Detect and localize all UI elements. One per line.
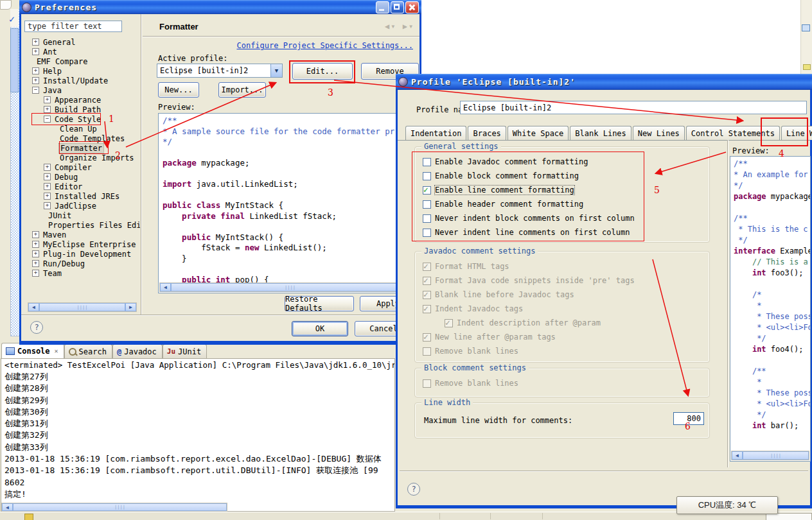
scroll-left-icon[interactable]: ◀ <box>28 303 39 311</box>
restore-defaults-button[interactable]: Restore Defaults <box>285 296 354 311</box>
checkbox-row-format-java-code-snippets-inside-pre-tags[interactable]: Format Java code snippets inside 'pre' t… <box>423 273 704 288</box>
tab-white-space[interactable]: White Space <box>508 126 569 140</box>
expand-icon[interactable]: + <box>32 48 39 55</box>
tree-item-general[interactable]: +General <box>22 37 140 47</box>
expand-icon[interactable]: + <box>44 193 51 200</box>
tree-item-clean-up[interactable]: Clean Up <box>22 124 140 134</box>
checkbox-row-indent-description-after-param[interactable]: Indent description after @param <box>423 316 704 330</box>
help-button[interactable]: ? <box>407 483 420 496</box>
preview-horizontal-scrollbar[interactable]: ◀ <box>159 282 410 292</box>
tree-item-code-style[interactable]: −Code Style <box>22 114 140 124</box>
expand-icon[interactable]: + <box>32 260 39 267</box>
scrollbar-thumb[interactable] <box>10 28 19 92</box>
tree-item-java[interactable]: −Java <box>22 85 140 95</box>
checkbox[interactable] <box>423 214 431 223</box>
checkbox-row-enable-block-comment-formatting[interactable]: Enable block comment formatting <box>423 169 704 183</box>
tree-item-junit[interactable]: JUnit <box>22 211 140 220</box>
checkbox-row-remove-blank-lines[interactable]: Remove blank lines <box>423 376 704 390</box>
tree-item-maven[interactable]: +Maven <box>22 230 140 239</box>
minimize-button[interactable] <box>376 1 389 13</box>
tree-item-emf-compare[interactable]: EMF Compare <box>22 56 140 66</box>
expand-icon[interactable]: + <box>44 173 51 180</box>
expand-icon[interactable]: + <box>44 164 51 171</box>
expand-icon[interactable]: + <box>32 67 39 74</box>
scroll-left-icon[interactable]: ◀ <box>732 451 743 460</box>
tree-item-organize-imports[interactable]: Organize Imports <box>22 153 140 162</box>
checkbox-row-indent-javadoc-tags[interactable]: Indent Javadoc tags <box>423 302 704 316</box>
filter-input[interactable] <box>24 21 122 32</box>
tree-item-help[interactable]: +Help <box>22 66 140 76</box>
tab-indentation[interactable]: Indentation <box>405 126 466 140</box>
console-horizontal-scrollbar[interactable]: ◀ <box>1 503 227 512</box>
expand-icon[interactable]: + <box>44 96 51 103</box>
import-button[interactable]: Import... <box>218 82 266 98</box>
tree-item-install-update[interactable]: +Install/Update <box>22 76 140 85</box>
configure-project-settings-link[interactable]: Configure Project Specific Settings... <box>236 41 413 50</box>
tree-horizontal-scrollbar[interactable]: ◀ ▶ <box>28 302 137 312</box>
console-tab-javadoc[interactable]: @Javadoc <box>112 344 163 358</box>
tree-item-jadclipse[interactable]: +JadClipse <box>22 201 140 211</box>
checkbox[interactable] <box>423 186 431 195</box>
expand-icon[interactable]: + <box>32 270 39 277</box>
tree-item-code-templates[interactable]: Code Templates <box>22 134 140 143</box>
tree-item-run-debug[interactable]: +Run/Debug <box>22 259 140 268</box>
tree-item-team[interactable]: +Team <box>22 268 140 278</box>
edit-button[interactable]: Edit... <box>292 63 353 80</box>
ok-button[interactable]: OK <box>292 321 348 336</box>
console-tab-junit[interactable]: JuJUnit <box>163 344 207 358</box>
active-profile-combobox[interactable]: Eclipse [built-in]2 ▼ <box>157 64 283 78</box>
max-line-width-input[interactable] <box>673 412 704 425</box>
checkbox-row-blank-line-before-javadoc-tags[interactable]: Blank line before Javadoc tags <box>423 288 704 302</box>
checkbox-row-enable-line-comment-formatting[interactable]: Enable line comment formatting <box>423 183 704 197</box>
close-button[interactable] <box>405 1 419 13</box>
checkbox-row-format-html-tags[interactable]: Format HTML tags <box>423 259 704 273</box>
scroll-right-icon[interactable]: ▶ <box>125 303 136 311</box>
checkbox-row-enable-header-comment-formatting[interactable]: Enable header comment formatting <box>423 197 704 211</box>
tree-item-compiler[interactable]: +Compiler <box>22 162 140 172</box>
tree-item-installed-jres[interactable]: +Installed JREs <box>22 191 140 201</box>
scroll-left-icon[interactable]: ◀ <box>2 503 13 511</box>
chevron-down-icon[interactable]: ▼ <box>270 64 282 77</box>
checkbox-row-never-indent-line-comments-on-first-column[interactable]: Never indent line comments on first colu… <box>423 225 704 239</box>
tree-item-debug[interactable]: +Debug <box>22 172 140 182</box>
checkbox-row-enable-javadoc-comment-formatting[interactable]: Enable Javadoc comment formatting <box>423 155 704 169</box>
profile-titlebar[interactable]: Profile 'Eclipse [built-in]2' <box>396 74 812 90</box>
expand-icon[interactable]: + <box>44 202 51 209</box>
tab-blank-lines[interactable]: Blank Lines <box>570 126 631 140</box>
tree-item-appearance[interactable]: +Appearance <box>22 95 140 105</box>
tree-item-ant[interactable]: +Ant <box>22 47 140 56</box>
tree-item-plug-in-development[interactable]: +Plug-in Development <box>22 249 140 259</box>
preferences-titlebar[interactable]: Preferences <box>19 0 421 14</box>
ruler-marker-icon[interactable] <box>803 64 811 70</box>
close-icon[interactable]: ✕ <box>55 347 58 354</box>
tree-item-properties-files-edito[interactable]: Properties Files Edito <box>22 220 140 230</box>
scrollbar-thumb[interactable] <box>171 283 409 291</box>
console-tab-console[interactable]: Console✕ <box>1 343 64 358</box>
tree-item-formatter[interactable]: Formatter <box>22 143 140 153</box>
profile-name-input[interactable] <box>460 101 807 114</box>
scroll-left-icon[interactable]: ◀ <box>160 283 171 291</box>
expand-icon[interactable]: + <box>44 106 51 113</box>
expand-icon[interactable]: + <box>44 183 51 190</box>
checkbox[interactable] <box>423 200 431 209</box>
tree-item-myeclipse-enterprise-work[interactable]: +MyEclipse Enterprise Work <box>22 239 140 249</box>
taskbar-icon[interactable] <box>24 514 33 520</box>
ruler-marker-icon[interactable] <box>802 24 810 31</box>
expand-icon[interactable]: + <box>32 77 39 84</box>
expand-icon[interactable]: + <box>32 39 39 46</box>
scrollbar-thumb[interactable] <box>39 303 125 311</box>
console-tab-search[interactable]: Search <box>64 344 112 358</box>
collapse-icon[interactable]: − <box>32 87 39 94</box>
maximize-button[interactable] <box>391 1 404 13</box>
checkbox[interactable] <box>423 172 431 180</box>
tab-line-wrapping[interactable]: Line Wrapping <box>781 126 812 140</box>
expand-icon[interactable]: + <box>32 241 39 248</box>
checkbox-row-never-indent-block-comments-on-first-column[interactable]: Never indent block comments on first col… <box>423 211 704 225</box>
help-button[interactable]: ? <box>30 321 43 334</box>
collapse-icon[interactable]: − <box>44 116 51 123</box>
tab-control-statements[interactable]: Control Statements <box>686 126 780 140</box>
new-button[interactable]: New... <box>158 82 199 98</box>
tab-new-lines[interactable]: New Lines <box>633 126 685 140</box>
history-nav-icons[interactable]: ◀▾ ▶▾ <box>385 22 414 31</box>
expand-icon[interactable]: + <box>32 231 39 238</box>
